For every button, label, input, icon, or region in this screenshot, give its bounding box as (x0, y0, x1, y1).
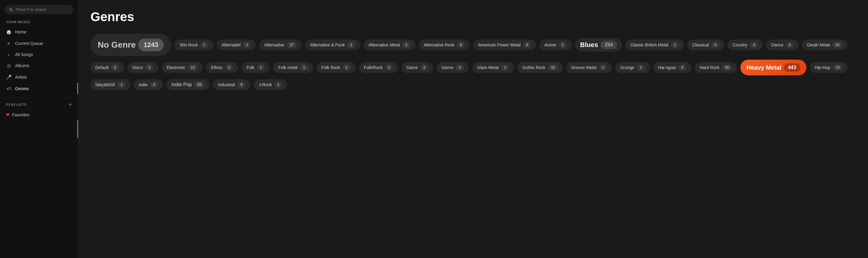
genre-name: Grunge (620, 65, 634, 70)
search-placeholder: Press F to search (16, 7, 46, 12)
sidebar-item-home[interactable]: 🏠 Home (0, 26, 78, 38)
genre-count: 2 (111, 65, 119, 70)
genre-pill-hai-ngoai[interactable]: Hai ngoai4 (653, 62, 691, 73)
sidebar-item-label: All Songs (15, 52, 33, 57)
genre-name: Folk metal (278, 65, 298, 70)
genre-name: Blues (580, 41, 598, 49)
genre-name: '80s Rock (180, 42, 198, 47)
genre-pill-industrial[interactable]: Industrial9 (213, 79, 250, 90)
genre-count: 4 (750, 42, 758, 48)
genre-name: Game (406, 65, 418, 70)
page-title: Genres (91, 10, 856, 24)
search-bar[interactable]: Press F to search (5, 5, 73, 14)
genre-count: 92 (194, 82, 205, 88)
genre-pill-death-metal[interactable]: Death Metal34 (802, 39, 847, 50)
genre-count: 2 (421, 65, 429, 70)
genre-pill-default[interactable]: Default2 (91, 62, 124, 73)
genre-pill-ethnic[interactable]: Ethnic1 (206, 62, 238, 73)
search-icon (9, 7, 13, 12)
genre-count: 9 (237, 82, 246, 88)
genre-pill-j-rock[interactable]: J-Rock1 (254, 79, 287, 90)
main-content: Genres No Genre1243'80s Rock1Alternatief… (79, 0, 868, 258)
sidebar-item-albums[interactable]: ◎ Albums (0, 60, 78, 71)
sidebar-item-all-songs[interactable]: ♪ All Songs (0, 49, 78, 60)
genre-count: 1 (671, 42, 679, 48)
genre-pill-groove-metal[interactable]: Groove Metal1 (566, 62, 612, 73)
genre-count: 4 (711, 42, 720, 48)
sidebar-item-current-queue[interactable]: ≡ Current Queue (0, 38, 78, 49)
genre-pill-alternative-rock[interactable]: Alternative Rock8 (419, 39, 470, 50)
albums-icon: ◎ (6, 63, 11, 68)
genre-count: 34 (832, 42, 842, 48)
sidebar-item-label: Artists (15, 75, 27, 79)
genre-pill-no-genre[interactable]: No Genre1243 (91, 34, 171, 56)
genre-name: No Genre (98, 40, 136, 50)
add-playlist-button[interactable]: + (68, 102, 72, 107)
genre-pill-heavy-metal[interactable]: Heavy Metal443 (740, 60, 806, 75)
genre-name: Anime (545, 42, 556, 47)
genre-count: 1 (275, 82, 283, 88)
genre-pill-american-power-metal[interactable]: American Power Metal8 (473, 39, 536, 50)
sidebar: Press F to search YOUR MUSIC 🏠 Home ≡ Cu… (0, 0, 79, 258)
genre-pill-folk-metal[interactable]: Folk metal1 (273, 62, 313, 73)
genre-count: 1 (347, 42, 355, 48)
genre-name: Default (95, 65, 108, 70)
genre-name: Genre (441, 65, 453, 70)
genre-count: 1 (145, 65, 154, 70)
genre-name: indie (139, 82, 148, 87)
genre-pill-folk/rock[interactable]: Folk/Rock1 (359, 62, 398, 73)
genre-pill-alternative-&-punk[interactable]: Alternative & Punk1 (305, 39, 360, 50)
genre-name: Alternative & Punk (310, 42, 345, 47)
playlist-item-favorites[interactable]: ❤ Favorites (6, 110, 72, 120)
genre-name: Electronic (167, 65, 185, 70)
genre-pill-glam-metal[interactable]: Glam Metal1 (472, 62, 514, 73)
playlists-label: PLAYLISTS (6, 103, 27, 106)
genre-name: Folk (246, 65, 254, 70)
genre-pill-folk-rock[interactable]: Folk Rock1 (317, 62, 355, 73)
genre-name: Industrial (218, 82, 235, 87)
genre-name: Folk/Rock (364, 65, 383, 70)
genre-count: 1 (243, 42, 251, 48)
genre-pill-indie-pop[interactable]: Indie Pop92 (166, 79, 209, 90)
genre-pill-anime[interactable]: Anime1 (539, 39, 571, 50)
sidebar-item-genres[interactable]: 🏷 Genres (0, 83, 78, 94)
genre-pill-country[interactable]: Country4 (728, 39, 763, 50)
genre-pill-dance[interactable]: Dance4 (766, 39, 799, 50)
genre-count: 8 (523, 42, 531, 48)
genre-count: 294 (600, 41, 617, 49)
svg-point-0 (10, 8, 12, 10)
genre-pill-alternatief[interactable]: Alternatief1 (217, 39, 256, 50)
genre-pill-gothic-rock[interactable]: Gothic Rock10 (518, 62, 563, 73)
genre-pill-íáèçàâñòîî[interactable]: Íáèçàâñòîî1 (91, 79, 130, 90)
genre-pill-classic-british-metal[interactable]: Classic British Metal1 (625, 39, 684, 50)
genre-pill-electronic[interactable]: Electronic12 (162, 62, 203, 73)
genre-pill-disco[interactable]: Disco1 (128, 62, 158, 73)
artists-icon: 🎤 (6, 74, 11, 80)
songs-icon: ♪ (6, 52, 11, 57)
sidebar-item-label: Home (15, 30, 26, 34)
genre-pill-blues[interactable]: Blues294 (575, 38, 622, 52)
genre-pill-alternative[interactable]: Alternative27 (259, 39, 302, 50)
genre-pill-alternative-metal[interactable]: Alternative Metal2 (364, 39, 415, 50)
genre-name: Íáèçàâñòîî (95, 82, 115, 87)
genre-pill-hip-hop[interactable]: Hip-Hop13 (810, 62, 848, 73)
genre-pill-grunge[interactable]: Grunge1 (615, 62, 649, 73)
playlists-header: PLAYLISTS + (6, 102, 72, 107)
genre-pill-genre[interactable]: Genre4 (437, 62, 469, 73)
sidebar-item-label: Current Queue (15, 41, 43, 46)
genre-pill-folk[interactable]: Folk1 (242, 62, 270, 73)
genre-name: Indie Pop (171, 82, 192, 88)
genre-count: 1243 (138, 39, 164, 51)
genre-pill-'80s-rock[interactable]: '80s Rock1 (175, 39, 213, 50)
genre-pill-indie[interactable]: indie2 (134, 79, 163, 90)
genre-pill-game[interactable]: Game2 (401, 62, 433, 73)
genre-pill-classical[interactable]: Classical4 (687, 39, 724, 50)
genre-count: 2 (150, 82, 158, 88)
heart-icon: ❤ (6, 112, 10, 117)
genre-count: 1 (637, 65, 645, 70)
genre-count: 1 (300, 65, 308, 70)
sidebar-item-artists[interactable]: 🎤 Artists (0, 71, 78, 83)
genre-pill-hard-rock[interactable]: Hard Rock55 (695, 62, 737, 73)
genre-name: Classical (692, 42, 709, 47)
genre-name: Alternative (264, 42, 284, 47)
